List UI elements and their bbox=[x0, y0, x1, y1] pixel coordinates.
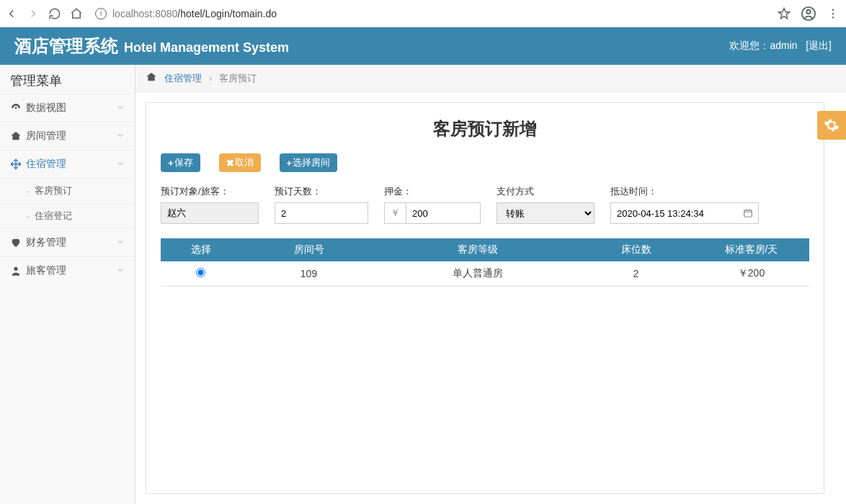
sidebar-sub-checkin[interactable]: –住宿登记 bbox=[0, 203, 135, 228]
logo-cn: 酒店管理系统 bbox=[14, 35, 118, 58]
chevron-down-icon bbox=[116, 158, 125, 170]
chevron-down-icon bbox=[116, 265, 125, 276]
settings-gear-icon[interactable] bbox=[817, 111, 846, 140]
arrive-label: 抵达时间： bbox=[610, 185, 759, 198]
breadcrumb-sep: › bbox=[209, 73, 212, 84]
th-beds: 床位数 bbox=[579, 239, 694, 261]
sidebar-item-stay[interactable]: 住宿管理 bbox=[0, 150, 135, 178]
forward-button[interactable] bbox=[26, 6, 40, 21]
dashboard-icon bbox=[10, 102, 26, 114]
sidebar-item-dashboard[interactable]: 数据视图 bbox=[0, 94, 135, 122]
arrive-input[interactable] bbox=[610, 202, 759, 224]
cell-price: ￥200 bbox=[694, 261, 809, 287]
th-price: 标准客房/天 bbox=[694, 239, 809, 261]
svg-point-5 bbox=[15, 107, 17, 109]
deposit-label: 押金： bbox=[384, 185, 481, 198]
back-button[interactable] bbox=[4, 6, 19, 21]
row-radio[interactable] bbox=[196, 268, 205, 277]
sidebar: 管理菜单 数据视图 房间管理 住宿管理 –客房预订 –住宿登记 财务管理 旅客管… bbox=[0, 65, 135, 504]
pay-select[interactable]: 转账 bbox=[497, 202, 595, 224]
table-row: 109 单人普通房 2 ￥200 bbox=[161, 261, 809, 287]
url-bar[interactable]: i localhost:8080/hotel/Login/tomain.do bbox=[91, 4, 768, 24]
breadcrumb-link[interactable]: 住宿管理 bbox=[164, 72, 202, 85]
cell-room: 109 bbox=[241, 261, 378, 287]
logout-link[interactable]: [退出] bbox=[806, 40, 832, 51]
main: 住宿管理 › 客房预订 客房预订新增 +保存 ✖取消 +选择房间 预订对象/旅客… bbox=[135, 65, 846, 504]
svg-point-4 bbox=[832, 17, 834, 18]
sidebar-sub-reserve[interactable]: –客房预订 bbox=[0, 178, 135, 203]
sidebar-item-finance[interactable]: 财务管理 bbox=[0, 228, 135, 256]
menu-dots-icon[interactable] bbox=[824, 5, 842, 22]
th-select: 选择 bbox=[161, 239, 241, 261]
svg-point-2 bbox=[832, 9, 834, 10]
sidebar-title: 管理菜单 bbox=[0, 65, 135, 94]
svg-point-1 bbox=[806, 9, 811, 14]
app-header: 酒店管理系统 Hotel Management System 欢迎您：admin… bbox=[0, 27, 846, 65]
sidebar-item-guest[interactable]: 旅客管理 bbox=[0, 256, 135, 284]
home-button[interactable] bbox=[69, 6, 84, 21]
days-input[interactable] bbox=[275, 202, 368, 224]
home-icon[interactable] bbox=[146, 71, 157, 85]
cell-level: 单人普通房 bbox=[378, 261, 579, 287]
sidebar-item-room[interactable]: 房间管理 bbox=[0, 122, 135, 150]
guest-input[interactable] bbox=[161, 202, 259, 224]
svg-rect-7 bbox=[744, 210, 752, 217]
welcome-text: 欢迎您：admin bbox=[729, 40, 797, 51]
logo-en: Hotel Management System bbox=[124, 40, 289, 55]
content-box: 客房预订新增 +保存 ✖取消 +选择房间 预订对象/旅客： 预订天数： 押金： bbox=[146, 102, 824, 494]
calendar-icon[interactable] bbox=[743, 208, 753, 218]
pay-label: 支付方式 bbox=[497, 185, 595, 198]
deposit-prefix: ￥ bbox=[384, 202, 406, 224]
url-text: localhost:8080/hotel/Login/tomain.do bbox=[112, 8, 277, 19]
user-icon bbox=[10, 265, 26, 276]
th-level: 客房等级 bbox=[378, 239, 579, 261]
days-label: 预订天数： bbox=[275, 185, 368, 198]
save-button[interactable]: +保存 bbox=[161, 153, 200, 172]
page-title: 客房预订新增 bbox=[161, 117, 809, 140]
profile-avatar-icon[interactable] bbox=[800, 5, 817, 22]
site-info-icon[interactable]: i bbox=[95, 8, 107, 19]
svg-point-3 bbox=[832, 12, 834, 14]
th-room: 房间号 bbox=[241, 239, 378, 261]
home-icon bbox=[10, 130, 26, 142]
cell-beds: 2 bbox=[579, 261, 694, 287]
reload-button[interactable] bbox=[48, 6, 62, 21]
browser-chrome: i localhost:8080/hotel/Login/tomain.do bbox=[0, 0, 846, 27]
guest-label: 预订对象/旅客： bbox=[161, 185, 259, 198]
svg-point-6 bbox=[14, 267, 17, 271]
breadcrumb: 住宿管理 › 客房预订 bbox=[135, 65, 846, 92]
room-table: 选择 房间号 客房等级 床位数 标准客房/天 109 单人普通房 2 ￥200 bbox=[161, 238, 809, 287]
chevron-down-icon bbox=[116, 130, 125, 142]
choose-room-button[interactable]: +选择房间 bbox=[280, 153, 338, 172]
chevron-down-icon bbox=[116, 102, 125, 114]
bookmark-star-icon[interactable] bbox=[775, 5, 793, 22]
chevron-down-icon bbox=[116, 237, 125, 248]
breadcrumb-current: 客房预订 bbox=[219, 72, 257, 85]
cancel-button[interactable]: ✖取消 bbox=[219, 153, 261, 172]
move-icon bbox=[10, 158, 26, 170]
heart-icon bbox=[10, 237, 26, 248]
deposit-input[interactable] bbox=[406, 202, 481, 224]
